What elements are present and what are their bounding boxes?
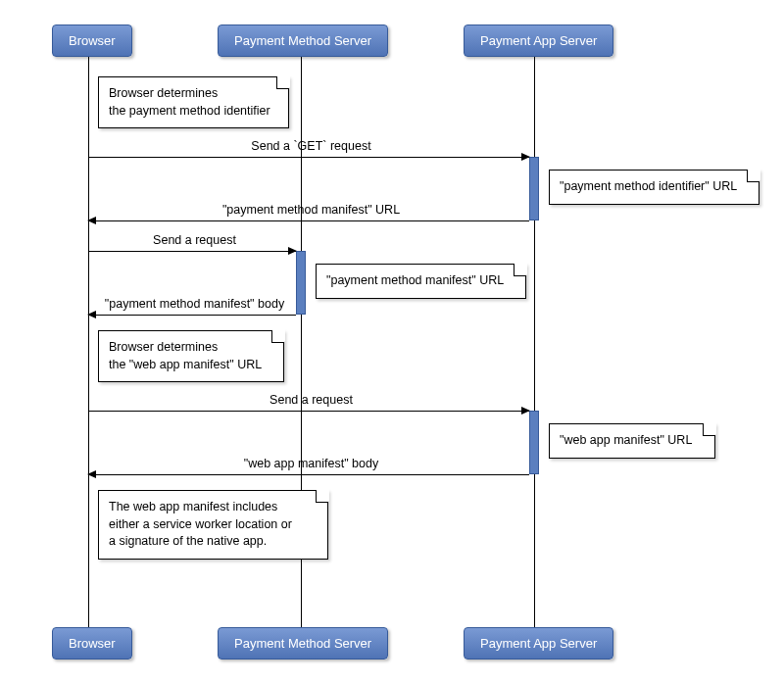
message-arrow-wam-body	[88, 474, 529, 475]
message-label-send-request-1: Send a request	[88, 233, 301, 247]
note-text: "payment method manifest" URL	[326, 273, 504, 287]
message-label-send-request-2: Send a request	[88, 393, 534, 407]
participant-method-server-bottom: Payment Method Server	[218, 627, 388, 660]
participant-app-server-top: Payment App Server	[464, 24, 613, 57]
message-arrow-pmm-body	[88, 315, 296, 316]
message-arrow-get-request	[88, 157, 529, 158]
note-text: either a service worker location or	[109, 517, 292, 531]
note-browser-determines-pmi: Browser determines the payment method id…	[98, 76, 289, 128]
message-arrow-pmm-url	[88, 220, 529, 221]
note-text: "payment method identifier" URL	[560, 179, 737, 193]
note-text: "web app manifest" URL	[560, 433, 692, 447]
note-text: Browser determines	[109, 340, 218, 354]
participant-browser-bottom: Browser	[52, 627, 132, 660]
message-arrow-send-request-2	[88, 411, 529, 412]
note-wam-includes: The web app manifest includes either a s…	[98, 490, 328, 560]
message-arrow-send-request-1	[88, 251, 296, 252]
note-text: a signature of the native app.	[109, 534, 267, 548]
participant-browser-top: Browser	[52, 24, 132, 57]
participant-method-server-top: Payment Method Server	[218, 24, 388, 57]
sequence-diagram: Browser Payment Method Server Payment Ap…	[0, 0, 784, 684]
message-label-wam-body: "web app manifest" body	[88, 457, 534, 470]
lifeline-app-server	[534, 54, 535, 632]
note-browser-determines-wam: Browser determines the "web app manifest…	[98, 330, 284, 382]
note-pmi-url: "payment method identifier" URL	[549, 170, 760, 205]
note-pmm-url: "payment method manifest" URL	[316, 264, 526, 299]
note-wam-url: "web app manifest" URL	[549, 423, 715, 459]
participant-app-server-bottom: Payment App Server	[464, 627, 613, 660]
note-text: Browser determines	[109, 86, 218, 100]
note-text: The web app manifest includes	[109, 500, 277, 513]
note-text: the payment method identifier	[109, 104, 270, 118]
message-label-pmm-url: "payment method manifest" URL	[88, 203, 534, 217]
note-text: the "web app manifest" URL	[109, 358, 262, 371]
message-label-pmm-body: "payment method manifest" body	[88, 297, 301, 311]
message-label-get-request: Send a `GET` request	[88, 139, 534, 153]
